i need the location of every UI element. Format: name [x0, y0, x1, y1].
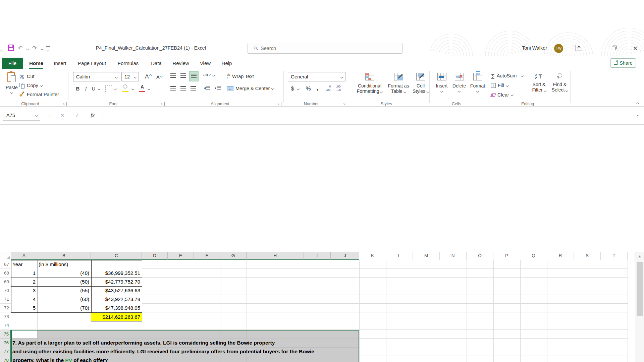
orientation-button[interactable]: ab↗: [203, 72, 217, 81]
share-button[interactable]: ↗ Share: [610, 58, 636, 68]
cell-A71[interactable]: 4: [11, 295, 37, 304]
font-color-button[interactable]: A: [139, 84, 146, 93]
fill-color-dropdown-icon[interactable]: [131, 87, 134, 90]
sheet-grid[interactable]: Year (in $ millions) 1 (40) $36,999,352.…: [0, 125, 644, 362]
col-header-O[interactable]: O: [467, 252, 493, 260]
enter-formula-button[interactable]: ✓: [71, 110, 83, 121]
cell-A68[interactable]: 1: [11, 269, 37, 278]
bold-button[interactable]: B: [74, 84, 81, 94]
col-header-N[interactable]: N: [440, 252, 467, 260]
format-cells-button[interactable]: Format: [469, 71, 486, 92]
cell-A76-question7-line1[interactable]: 7. As part of a larger plan to sell off …: [12, 339, 275, 347]
underline-dropdown-icon[interactable]: [98, 87, 100, 90]
save-button[interactable]: [8, 45, 14, 51]
col-header-C[interactable]: C: [91, 252, 142, 260]
align-bottom-button[interactable]: [189, 71, 199, 81]
font-name-combobox[interactable]: Calibri: [73, 72, 120, 81]
row-header-76[interactable]: 76: [0, 339, 11, 347]
row-header-70[interactable]: 70: [0, 286, 11, 295]
col-header-F[interactable]: F: [194, 252, 220, 260]
decrease-indent-button[interactable]: [204, 86, 210, 90]
cell-A72[interactable]: 5: [11, 304, 37, 312]
font-dialog-launcher[interactable]: ↘: [160, 102, 165, 106]
ribbon-display-options-button[interactable]: [576, 45, 582, 51]
cell-B69[interactable]: (50): [37, 278, 91, 286]
insert-cells-button[interactable]: Insert: [434, 71, 449, 92]
tab-review[interactable]: Review: [170, 58, 192, 69]
tab-formulas[interactable]: Formulas: [113, 58, 143, 69]
col-header-Q[interactable]: Q: [520, 252, 547, 260]
row-header-74[interactable]: 74: [0, 321, 11, 330]
row-header-71[interactable]: 71: [0, 295, 11, 304]
user-name[interactable]: Toni Walker: [522, 45, 547, 51]
decrease-decimal-button[interactable]: .00→0: [336, 85, 341, 92]
find-select-button[interactable]: Find & Select: [549, 71, 570, 93]
autosum-button[interactable]: ∑ AutoSum: [491, 72, 523, 80]
cell-C71[interactable]: $43,922,573.78: [91, 295, 142, 304]
row-header-67[interactable]: 67: [0, 260, 11, 269]
expand-formula-bar-icon[interactable]: [637, 114, 640, 116]
currency-format-button[interactable]: $: [290, 84, 295, 94]
font-color-dropdown-icon[interactable]: [148, 87, 150, 90]
search-box[interactable]: [248, 43, 402, 54]
undo-dropdown-icon[interactable]: [26, 48, 29, 50]
close-button[interactable]: ✕: [630, 44, 641, 54]
col-header-H[interactable]: H: [247, 252, 304, 260]
search-input[interactable]: [261, 46, 361, 51]
scroll-up-icon[interactable]: [638, 255, 641, 257]
insert-function-button[interactable]: fx: [87, 110, 99, 121]
col-header-A[interactable]: A: [11, 252, 37, 260]
row-header-78[interactable]: 78: [0, 356, 11, 362]
customize-qat-button[interactable]: [46, 46, 50, 50]
currency-dropdown-icon[interactable]: [297, 87, 300, 90]
redo-button[interactable]: ↷: [32, 44, 37, 53]
decrease-font-button[interactable]: A: [154, 73, 162, 82]
minimize-button[interactable]: —: [590, 44, 601, 54]
align-right-button[interactable]: [191, 86, 196, 92]
number-format-combobox[interactable]: General: [288, 72, 345, 81]
cell-C72[interactable]: $47,398,948.05: [91, 304, 142, 312]
increase-font-button[interactable]: A: [142, 72, 152, 81]
fill-button[interactable]: ↓ Fill: [491, 81, 508, 89]
vertical-scrollbar[interactable]: [635, 252, 644, 362]
borders-dropdown-icon[interactable]: [114, 87, 117, 90]
conditional-formatting-button[interactable]: Conditional Formatting: [354, 71, 385, 94]
clipboard-dialog-launcher[interactable]: ↘: [62, 102, 67, 106]
undo-button[interactable]: ↶: [18, 44, 22, 53]
borders-button[interactable]: [105, 85, 112, 92]
percent-format-button[interactable]: %: [305, 84, 312, 94]
cancel-formula-button[interactable]: ✕: [56, 110, 68, 121]
select-all-corner[interactable]: [0, 252, 11, 260]
tab-page-layout[interactable]: Page Layout: [74, 58, 109, 69]
collapse-ribbon-icon[interactable]: [636, 103, 639, 105]
col-header-P[interactable]: P: [493, 252, 520, 260]
col-header-E[interactable]: E: [168, 252, 194, 260]
wrap-text-button[interactable]: ab↩ Wrap Text: [227, 72, 254, 80]
copy-button[interactable]: Copy: [19, 81, 42, 89]
increase-decimal-button[interactable]: ←0.00: [326, 85, 331, 92]
cell-B72[interactable]: (70): [37, 304, 91, 312]
row-header-72[interactable]: 72: [0, 304, 11, 312]
sort-filter-button[interactable]: AZ Sort & Filter: [529, 71, 549, 93]
format-as-table-button[interactable]: Format as Table: [386, 71, 411, 94]
col-header-T[interactable]: T: [601, 252, 628, 260]
cut-button[interactable]: Cut: [19, 72, 35, 80]
cell-A69[interactable]: 2: [11, 278, 37, 286]
col-header-R[interactable]: R: [547, 252, 574, 260]
increase-indent-button[interactable]: [215, 86, 221, 90]
cell-B71[interactable]: (60): [37, 295, 91, 304]
number-dialog-launcher[interactable]: ↘: [343, 102, 347, 106]
scrollbar-thumb[interactable]: [637, 262, 643, 316]
col-header-M[interactable]: M: [413, 252, 440, 260]
formula-input[interactable]: [103, 110, 633, 121]
col-header-D[interactable]: D: [142, 252, 168, 260]
align-center-button[interactable]: [180, 86, 186, 92]
align-middle-button[interactable]: [180, 73, 186, 79]
row-header-75[interactable]: 75: [0, 330, 11, 339]
tab-help[interactable]: Help: [218, 58, 235, 69]
paste-button[interactable]: Paste: [3, 71, 20, 102]
col-header-J[interactable]: J: [331, 252, 359, 260]
row-header-77[interactable]: 77: [0, 347, 11, 356]
row-header-68[interactable]: 68: [0, 269, 11, 278]
cell-B67[interactable]: (in $ millions): [39, 260, 68, 269]
